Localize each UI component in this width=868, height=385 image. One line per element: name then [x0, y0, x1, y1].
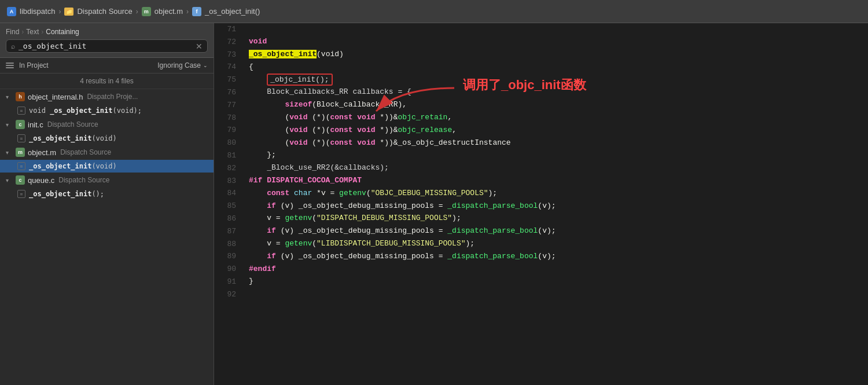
- table-row: 71: [214, 23, 868, 36]
- breadcrumb-objectm: object.m: [155, 7, 183, 16]
- table-row: 83 #if DISPATCH_COCOA_COMPAT: [214, 175, 868, 188]
- table-row: 90 #endif: [214, 263, 868, 276]
- search-bar: ⌕ ✕: [6, 39, 208, 53]
- top-bar: A libdispatch › 📁 Dispatch Source › m ob…: [0, 0, 868, 23]
- file-name-initc: init.c: [28, 120, 43, 129]
- result-icon-2: =: [17, 134, 25, 142]
- result-text-2: _os_object_init(void): [29, 134, 117, 142]
- file-header-objectm[interactable]: ▾ m object.m Dispatch Source: [0, 145, 214, 160]
- result-text: void _os_object_init(void);: [29, 107, 142, 115]
- nav-containing[interactable]: Containing: [46, 28, 79, 36]
- table-row: 89 if (v) _os_object_debug_missing_pools…: [214, 250, 868, 263]
- results-list[interactable]: ▾ h object_internal.h Dispatch Proje... …: [0, 89, 214, 385]
- line-num-82: 82: [214, 162, 243, 175]
- lib-icon: A: [7, 7, 16, 16]
- line-num-86: 86: [214, 212, 243, 225]
- line-code-76: Block_callbacks_RR callbacks = {: [243, 86, 868, 99]
- line-num-73: 73: [214, 49, 243, 61]
- table-row: 91 }: [214, 276, 868, 288]
- left-panel: Find › Text › Containing ⌕ ✕ In Project: [0, 23, 214, 385]
- file-group-object-internal: ▾ h object_internal.h Dispatch Proje... …: [0, 89, 214, 117]
- folder-icon: 📁: [64, 8, 73, 16]
- result-text-4: _os_object_init();: [29, 190, 104, 198]
- result-text-3: _os_object_init(void): [29, 162, 117, 170]
- result-item-objectinternal-1[interactable]: = void _os_object_init(void);: [0, 104, 214, 117]
- list-icon: [6, 61, 16, 69]
- breadcrumb-func: _os_object_init(): [205, 7, 260, 16]
- file-location-objectm: Dispatch Source: [60, 148, 111, 156]
- nav-text[interactable]: Text: [26, 28, 39, 36]
- m-file-icon: m: [16, 148, 25, 157]
- ignoring-case-button[interactable]: Ignoring Case ⌄: [157, 61, 208, 69]
- result-item-objectm-1[interactable]: = _os_object_init(void): [0, 160, 214, 173]
- file-location-queuec: Dispatch Source: [58, 176, 109, 184]
- breadcrumb-libdispatch: libdispatch: [20, 7, 55, 16]
- line-num-90: 90: [214, 263, 243, 276]
- line-num-71: 71: [214, 23, 243, 36]
- table-row: 72 void: [214, 36, 868, 49]
- chevron-icon-2: ▾: [6, 122, 13, 128]
- table-row: 76 Block_callbacks_RR callbacks = {: [214, 86, 868, 99]
- file-group-queuec: ▾ c queue.c Dispatch Source = _os_object…: [0, 173, 214, 200]
- table-row: 73 _os_object_init(void): [214, 49, 868, 61]
- filter-row: In Project Ignoring Case ⌄: [0, 58, 214, 74]
- result-item-queuec-1[interactable]: = _os_object_init();: [0, 188, 214, 200]
- code-panel[interactable]: 71 72 void 73 _os_object_init(void) 74 {…: [214, 23, 868, 385]
- table-row: 84 const char *v = getenv("OBJC_DEBUG_MI…: [214, 187, 868, 200]
- search-icon: ⌕: [11, 42, 15, 50]
- file-header-object-internal[interactable]: ▾ h object_internal.h Dispatch Proje...: [0, 89, 214, 104]
- line-code-77: sizeof(Block_callbacks_RR),: [243, 99, 868, 112]
- line-code-80: (void (*)(const void *))&_os_objc_destru…: [243, 137, 868, 149]
- sep3: ›: [186, 8, 189, 16]
- file-name-objectm: object.m: [28, 148, 56, 157]
- table-row: 77 sizeof(Block_callbacks_RR),: [214, 99, 868, 112]
- sep2: ›: [136, 8, 138, 16]
- line-code-83: #if DISPATCH_COCOA_COMPAT: [243, 175, 868, 188]
- file-name-queuec: queue.c: [28, 176, 54, 185]
- line-code-87: if (v) _os_object_debug_missing_pools = …: [243, 225, 868, 238]
- result-icon-3: =: [17, 162, 25, 170]
- line-code-86: v = getenv("DISPATCH_DEBUG_MISSING_POOLS…: [243, 212, 868, 225]
- breadcrumb: A libdispatch › 📁 Dispatch Source › m ob…: [7, 7, 260, 16]
- chevron-icon-4: ▾: [6, 177, 13, 184]
- line-code-91: }: [243, 276, 868, 288]
- m-icon: m: [142, 7, 151, 16]
- c-file-icon-2: c: [16, 175, 25, 185]
- result-item-initc-1[interactable]: = _os_object_init(void): [0, 132, 214, 145]
- table-row: 87 if (v) _os_object_debug_missing_pools…: [214, 225, 868, 238]
- line-num-91: 91: [214, 276, 243, 288]
- file-location-object-internal: Dispatch Proje...: [87, 93, 138, 101]
- table-row: 86 v = getenv("DISPATCH_DEBUG_MISSING_PO…: [214, 212, 868, 225]
- line-num-74: 74: [214, 61, 243, 74]
- breadcrumb-dispatch-source: Dispatch Source: [77, 7, 132, 16]
- in-project-button[interactable]: In Project: [6, 61, 49, 69]
- file-name-object-internal: object_internal.h: [28, 93, 83, 101]
- line-num-72: 72: [214, 36, 243, 49]
- file-header-queuec[interactable]: ▾ c queue.c Dispatch Source: [0, 173, 214, 188]
- file-group-initc: ▾ c init.c Dispatch Source = _os_object_…: [0, 117, 214, 145]
- nav-find[interactable]: Find: [6, 28, 19, 36]
- line-code-92: [243, 288, 868, 301]
- result-icon: =: [17, 107, 25, 115]
- main-area: Find › Text › Containing ⌕ ✕ In Project: [0, 23, 868, 385]
- table-row: 74 {: [214, 61, 868, 74]
- line-code-72: void: [243, 36, 868, 49]
- line-code-89: if (v) _os_object_debug_missing_pools = …: [243, 250, 868, 263]
- table-row: 85 if (v) _os_object_debug_missing_pools…: [214, 200, 868, 212]
- line-num-83: 83: [214, 175, 243, 188]
- line-code-82: _Block_use_RR2(&callbacks);: [243, 162, 868, 175]
- table-row: 82 _Block_use_RR2(&callbacks);: [214, 162, 868, 175]
- line-code-73: _os_object_init(void): [243, 49, 868, 61]
- clear-button[interactable]: ✕: [196, 42, 203, 50]
- search-input[interactable]: [19, 42, 192, 50]
- find-nav: Find › Text › Containing: [6, 28, 208, 36]
- line-num-92: 92: [214, 288, 243, 301]
- table-row: 92: [214, 288, 868, 301]
- line-num-80: 80: [214, 137, 243, 149]
- file-header-initc[interactable]: ▾ c init.c Dispatch Source: [0, 117, 214, 132]
- table-row: 78 (void (*)(const void *))&objc_retain,: [214, 112, 868, 124]
- file-location-initc: Dispatch Source: [47, 120, 98, 129]
- results-count: 4 results in 4 files: [0, 74, 214, 89]
- line-code-74: {: [243, 61, 868, 74]
- line-code-78: (void (*)(const void *))&objc_retain,: [243, 112, 868, 124]
